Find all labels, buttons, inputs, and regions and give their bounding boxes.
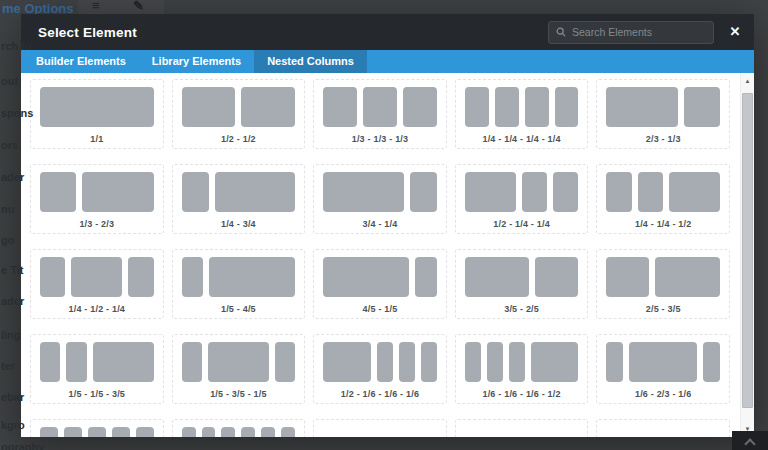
column-box <box>275 342 295 382</box>
layout-card[interactable]: 1/2 - 1/4 - 1/4 <box>455 164 589 234</box>
search-box[interactable] <box>548 21 714 44</box>
modal-content: 1/11/2 - 1/21/3 - 1/3 - 1/31/4 - 1/4 - 1… <box>21 73 754 437</box>
column-box <box>40 172 76 212</box>
layout-card-label: 1/5 - 4/5 <box>182 304 296 314</box>
column-box <box>40 257 65 297</box>
tab-nested-columns[interactable]: Nested Columns <box>254 50 367 73</box>
column-preview <box>182 87 296 127</box>
column-box <box>261 427 275 437</box>
back-to-top-button[interactable] <box>732 431 768 450</box>
column-box <box>64 427 82 437</box>
background-toolbar <box>78 0 164 14</box>
column-box <box>525 87 549 127</box>
column-box <box>638 172 663 212</box>
layout-card-label: 1/2 - 1/4 - 1/4 <box>465 219 579 229</box>
scrollbar[interactable]: ▲ ▼ <box>740 73 754 437</box>
layout-card-label: 1/2 - 1/2 <box>182 134 296 144</box>
column-box <box>209 257 295 297</box>
column-preview <box>606 257 720 297</box>
column-box <box>202 427 216 437</box>
column-preview <box>323 342 437 382</box>
menu-icon: ≡ <box>92 0 100 13</box>
column-box <box>281 427 295 437</box>
column-box <box>182 342 202 382</box>
column-box <box>606 342 623 382</box>
column-box <box>669 172 720 212</box>
column-preview <box>182 427 296 437</box>
scroll-up-icon[interactable]: ▲ <box>741 74 754 88</box>
background-sidebar-item: go <box>1 234 14 246</box>
modal-title: Select Element <box>38 25 137 40</box>
layout-card-label: 1/5 - 1/5 - 3/5 <box>40 389 154 399</box>
column-box <box>323 342 371 382</box>
modal-header: Select Element ✕ <box>21 14 754 50</box>
column-preview <box>323 172 437 212</box>
layout-card[interactable]: 1/2 - 1/6 - 1/6 - 1/6 <box>313 334 447 404</box>
layout-card[interactable]: 1/4 - 1/4 - 1/4 - 1/4 <box>455 79 589 149</box>
layout-card[interactable]: 4/5 - 1/5 <box>313 249 447 319</box>
column-box <box>323 87 357 127</box>
layout-card[interactable] <box>313 419 447 437</box>
layout-card[interactable]: 1/5 - 1/5 - 3/5 <box>30 334 164 404</box>
column-preview <box>606 172 720 212</box>
column-box <box>241 427 255 437</box>
layout-card[interactable]: 1/3 - 2/3 <box>30 164 164 234</box>
layout-card[interactable] <box>30 419 164 437</box>
layout-card[interactable]: 1/1 <box>30 79 164 149</box>
modal-tabbar: Builder ElementsLibrary ElementsNested C… <box>21 50 754 73</box>
column-box <box>465 257 530 297</box>
layout-card[interactable]: 1/4 - 1/4 - 1/2 <box>596 164 730 234</box>
layout-card[interactable] <box>455 419 589 437</box>
layout-card[interactable]: 2/3 - 1/3 <box>596 79 730 149</box>
layout-card[interactable]: 1/6 - 1/6 - 1/6 - 1/2 <box>455 334 589 404</box>
layout-card-label: 2/3 - 1/3 <box>606 134 720 144</box>
column-preview <box>323 427 437 437</box>
column-box <box>465 172 516 212</box>
column-box <box>629 342 697 382</box>
layout-card[interactable]: 1/4 - 1/2 - 1/4 <box>30 249 164 319</box>
layout-card[interactable]: 1/6 - 2/3 - 1/6 <box>596 334 730 404</box>
column-preview <box>465 172 579 212</box>
layout-card[interactable]: 1/5 - 4/5 <box>172 249 306 319</box>
layout-card-label: 1/4 - 1/2 - 1/4 <box>40 304 154 314</box>
layout-card[interactable]: 3/5 - 2/5 <box>455 249 589 319</box>
column-box <box>555 87 579 127</box>
column-preview <box>323 257 437 297</box>
background-sidebar-item: ter <box>1 360 15 372</box>
background-sidebar-item: e Tit <box>1 264 23 276</box>
layout-card[interactable] <box>172 419 306 437</box>
layout-card[interactable] <box>596 419 730 437</box>
column-box <box>465 87 489 127</box>
close-icon[interactable]: ✕ <box>720 14 750 50</box>
layout-card[interactable]: 3/4 - 1/4 <box>313 164 447 234</box>
layout-card[interactable]: 1/3 - 1/3 - 1/3 <box>313 79 447 149</box>
column-box <box>66 342 86 382</box>
column-box <box>215 172 296 212</box>
layout-card[interactable]: 1/2 - 1/2 <box>172 79 306 149</box>
select-element-modal: Select Element ✕ Builder ElementsLibrary… <box>21 14 754 437</box>
layout-card-label: 1/3 - 1/3 - 1/3 <box>323 134 437 144</box>
layout-card[interactable]: 1/4 - 3/4 <box>172 164 306 234</box>
background-sidebar-item: out <box>1 75 18 87</box>
layout-card-label: 3/4 - 1/4 <box>323 219 437 229</box>
scrollbar-thumb[interactable] <box>742 93 753 408</box>
column-box <box>415 257 437 297</box>
layout-card-label: 1/6 - 1/6 - 1/6 - 1/2 <box>465 389 579 399</box>
column-box <box>377 342 393 382</box>
column-box <box>403 87 437 127</box>
layout-card[interactable]: 2/5 - 3/5 <box>596 249 730 319</box>
column-box <box>522 172 547 212</box>
column-box <box>128 257 153 297</box>
column-box <box>112 427 130 437</box>
layout-card-label: 1/1 <box>40 134 154 144</box>
layout-card-label: 1/5 - 3/5 - 1/5 <box>182 389 296 399</box>
search-input[interactable] <box>572 26 706 38</box>
tab-builder-elements[interactable]: Builder Elements <box>23 50 139 73</box>
tab-library-elements[interactable]: Library Elements <box>139 50 254 73</box>
layout-card[interactable]: 1/5 - 3/5 - 1/5 <box>172 334 306 404</box>
column-box <box>88 427 106 437</box>
column-box <box>465 342 481 382</box>
layout-card-label: 4/5 - 1/5 <box>323 304 437 314</box>
column-preview <box>465 257 579 297</box>
background-sidebar-item: adcr <box>1 295 24 307</box>
